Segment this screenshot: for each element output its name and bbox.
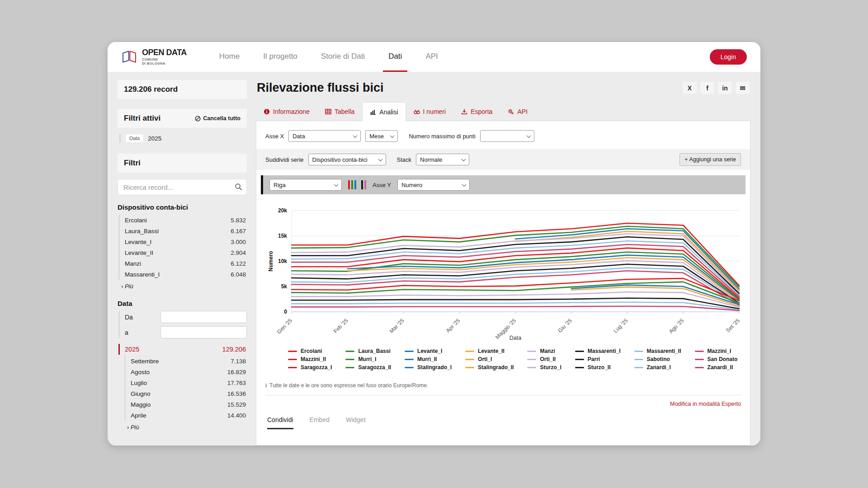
clear-icon	[195, 116, 201, 122]
share-tab-condividi[interactable]: Condividi	[267, 416, 293, 429]
login-button[interactable]: Login	[710, 49, 747, 65]
share-tab-widget[interactable]: Widget	[346, 416, 366, 429]
tab-informazione[interactable]: Informazione	[256, 102, 317, 121]
month-facet-row[interactable]: Giugno16.536	[126, 388, 247, 399]
legend-label: San Donato	[708, 356, 738, 362]
device-facet-row[interactable]: Levante_I3.000	[120, 236, 247, 247]
clear-all-filters-button[interactable]: Cancella tutto	[195, 115, 241, 122]
year-label: 2025	[125, 346, 139, 353]
legend-label: Sturzo_II	[588, 364, 611, 371]
share-tab-embed[interactable]: Embed	[310, 416, 330, 429]
app-window: OPEN DATA COMUNE DI BOLOGNA HomeIl proge…	[108, 42, 760, 446]
chart-type-select[interactable]: Riga	[269, 179, 342, 191]
share-x-icon[interactable]: X	[683, 82, 697, 94]
axis-y-select[interactable]: Numero	[397, 179, 470, 191]
device-facet-row[interactable]: Ercolani5.832	[120, 215, 247, 225]
nav-item-dati[interactable]: Dati	[377, 42, 414, 72]
axis-x-select[interactable]: Data	[288, 130, 361, 142]
chart-legend: ErcolaniLaura_BassiLevante_ILevante_IIMa…	[288, 348, 741, 371]
logo-subtitle: COMUNE DI BOLOGNA	[142, 57, 187, 66]
svg-text:Set '25: Set '25	[725, 317, 741, 333]
svg-text:Numero: Numero	[268, 251, 274, 271]
device-facet-row[interactable]: Laura_Bassi6.167	[120, 225, 247, 236]
legend-item: Stalingrado_II	[465, 364, 514, 371]
device-facet-row[interactable]: Levante_II2.904	[120, 247, 247, 258]
line-chart: 05k10k15k20kGen '25Feb '25Mar '25Apr '25…	[265, 205, 741, 346]
svg-text:Giu '25: Giu '25	[557, 317, 573, 334]
month-facet-row[interactable]: Agosto16.829	[126, 366, 247, 377]
nav-item-home[interactable]: Home	[208, 42, 251, 72]
tab-esporta[interactable]: Esporta	[453, 102, 500, 121]
filters-title: Filtri	[124, 159, 141, 168]
dataset-main: Rilevazione flussi bici Xfin✉ Informazio…	[256, 80, 750, 446]
month-facet-row[interactable]: Aprile14.400	[126, 410, 247, 421]
facet-count: 3.000	[231, 239, 246, 245]
month-facet-row[interactable]: Luglio17.763	[126, 377, 247, 388]
months-more-link[interactable]: › Più	[123, 422, 247, 435]
add-series-button[interactable]: + Aggiungi una serie	[679, 153, 741, 166]
tab-i-numeri[interactable]: I numeri	[406, 102, 454, 121]
legend-color-dash	[465, 359, 474, 360]
share-tabs: CondividiEmbedWidget	[267, 416, 741, 429]
nav-item-storie-di-dati[interactable]: Storie di Dati	[309, 42, 377, 72]
nav-item-il-progetto[interactable]: Il progetto	[251, 42, 309, 72]
legend-item: Levante_II	[465, 348, 514, 354]
device-facet-row[interactable]: Massarenti_I6.048	[120, 269, 247, 280]
active-filter-chip[interactable]: Data 2025	[119, 134, 247, 143]
chevron-down-icon	[390, 133, 395, 138]
search-input[interactable]	[118, 179, 247, 195]
legend-label: Mazzini_II	[301, 356, 326, 362]
legend-label: Zanardi_I	[647, 364, 671, 371]
facet-count: 6.122	[231, 260, 246, 267]
svg-text:Apr '25: Apr '25	[445, 317, 462, 334]
share-facebook-icon[interactable]: f	[700, 82, 714, 94]
chevron-down-icon	[462, 182, 467, 187]
facet-label: Levante_I	[125, 239, 151, 245]
year-facet-row[interactable]: 2025 129.206	[118, 344, 247, 355]
share-linkedin-icon[interactable]: in	[718, 82, 732, 94]
facet-count: 16.536	[227, 390, 246, 397]
max-points-select[interactable]	[480, 130, 534, 142]
info-icon: i	[265, 383, 267, 388]
tab-api[interactable]: API	[500, 102, 535, 121]
legend-color-dash	[634, 351, 643, 352]
expert-mode-link[interactable]: Modifica in modalità Esperto	[265, 401, 741, 407]
chevron-down-icon	[378, 157, 382, 161]
share-buttons: Xfin✉	[683, 82, 750, 94]
stack-select[interactable]: Normale	[416, 154, 469, 165]
record-count-box: 129.206 record	[118, 80, 247, 99]
svg-text:15k: 15k	[278, 233, 287, 239]
color-palette-picker[interactable]	[348, 180, 366, 189]
legend-color-dash	[405, 367, 414, 368]
legend-label: Saragozza_II	[358, 364, 391, 371]
split-series-select[interactable]: Dispositivo conta-bici	[308, 154, 386, 165]
facet-label: Maggio	[131, 401, 151, 408]
month-facet-row[interactable]: Maggio15.529	[126, 399, 247, 410]
filter-value: 2025	[148, 135, 161, 142]
svg-text:Feb '25: Feb '25	[332, 317, 349, 334]
granularity-select[interactable]: Mese	[365, 130, 398, 142]
series-config-band: Riga Asse Y Numero	[261, 175, 745, 194]
share-email-icon[interactable]: ✉	[736, 82, 750, 94]
date-to-input[interactable]	[160, 326, 247, 338]
legend-color-dash	[695, 367, 704, 368]
date-from-input[interactable]	[160, 311, 247, 323]
nav-item-api[interactable]: API	[414, 42, 449, 72]
device-more-link[interactable]: › Più	[118, 282, 247, 294]
legend-label: Sabotino	[647, 356, 670, 362]
tab-analisi[interactable]: Analisi	[362, 102, 406, 121]
tab-tabella[interactable]: Tabella	[317, 102, 362, 121]
date-facet-title: Data	[118, 300, 247, 307]
chevron-down-icon	[334, 182, 339, 187]
device-facet-list: Ercolani5.832Laura_Bassi6.167Levante_I3.…	[118, 215, 247, 280]
page-title: Rilevazione flussi bici	[257, 81, 384, 95]
legend-item: Levante_I	[405, 348, 452, 354]
device-facet-row[interactable]: Manzi6.122	[120, 258, 247, 269]
divider	[265, 395, 741, 395]
facet-count: 7.138	[231, 358, 246, 365]
legend-color-dash	[288, 359, 297, 360]
info-icon	[264, 108, 270, 115]
analysis-panel: Asse X Data Mese Numero massimo di punti…	[256, 121, 750, 446]
site-logo[interactable]: OPEN DATA COMUNE DI BOLOGNA	[121, 48, 187, 66]
month-facet-row[interactable]: Settembre7.138	[126, 356, 247, 366]
